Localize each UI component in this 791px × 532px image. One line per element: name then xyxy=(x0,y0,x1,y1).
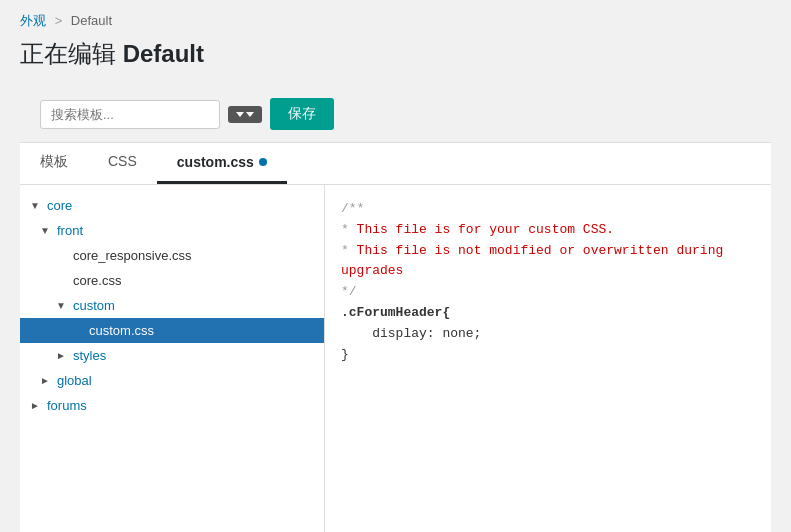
save-button[interactable]: 保存 xyxy=(270,98,334,130)
filter-icon xyxy=(236,112,244,117)
toggle-core xyxy=(30,200,44,211)
file-core-css: core.css xyxy=(73,273,121,288)
tree-item-forums[interactable]: forums xyxy=(20,393,324,418)
tree-item-styles[interactable]: styles xyxy=(20,343,324,368)
page-wrapper: 外观 > Default 正在编辑 Default 保存 模板 CSS cust… xyxy=(0,0,791,532)
file-tree: core front core_responsive.css core.css … xyxy=(20,185,325,532)
code-line-7: } xyxy=(341,345,755,366)
filter-icon-2 xyxy=(246,112,254,117)
filter-button[interactable] xyxy=(228,106,262,123)
toggle-custom xyxy=(56,300,70,311)
breadcrumb-separator: > xyxy=(55,13,63,28)
unsaved-dot xyxy=(259,158,267,166)
code-line-5: .cForumHeader{ xyxy=(341,303,755,324)
code-line-6: display: none; xyxy=(341,324,755,345)
tree-item-core-css[interactable]: core.css xyxy=(20,268,324,293)
folder-styles: styles xyxy=(73,348,106,363)
breadcrumb-current: Default xyxy=(71,13,112,28)
toggle-front xyxy=(40,225,54,236)
folder-core: core xyxy=(47,198,72,213)
toggle-forums xyxy=(30,400,44,411)
tree-item-core-responsive[interactable]: core_responsive.css xyxy=(20,243,324,268)
toggle-styles xyxy=(56,350,70,361)
folder-front: front xyxy=(57,223,83,238)
folder-forums: forums xyxy=(47,398,87,413)
code-line-2: * This file is for your custom CSS. xyxy=(341,220,755,241)
code-line-1: /** xyxy=(341,199,755,220)
folder-custom: custom xyxy=(73,298,115,313)
page-title: 正在编辑 Default xyxy=(20,38,771,70)
breadcrumb: 外观 > Default xyxy=(20,12,771,30)
breadcrumb-parent-link[interactable]: 外观 xyxy=(20,13,46,28)
tree-item-custom-folder[interactable]: custom xyxy=(20,293,324,318)
content-panel: core front core_responsive.css core.css … xyxy=(20,185,771,532)
tree-item-core[interactable]: core xyxy=(20,193,324,218)
tree-item-front[interactable]: front xyxy=(20,218,324,243)
tabs-bar: 模板 CSS custom.css xyxy=(20,142,771,185)
tree-item-custom-css[interactable]: custom.css xyxy=(20,318,324,343)
tab-css[interactable]: CSS xyxy=(88,143,157,184)
search-input[interactable] xyxy=(40,100,220,129)
file-core-responsive: core_responsive.css xyxy=(73,248,192,263)
folder-global: global xyxy=(57,373,92,388)
toggle-global xyxy=(40,375,54,386)
code-line-3: * This file is not modified or overwritt… xyxy=(341,241,755,283)
tab-templates[interactable]: 模板 xyxy=(20,143,88,184)
toolbar: 保存 xyxy=(20,86,771,130)
tab-custom-css[interactable]: custom.css xyxy=(157,143,287,184)
tree-item-global[interactable]: global xyxy=(20,368,324,393)
file-custom-css: custom.css xyxy=(89,323,154,338)
code-line-4: */ xyxy=(341,282,755,303)
code-editor[interactable]: /** * This file is for your custom CSS. … xyxy=(325,185,771,532)
